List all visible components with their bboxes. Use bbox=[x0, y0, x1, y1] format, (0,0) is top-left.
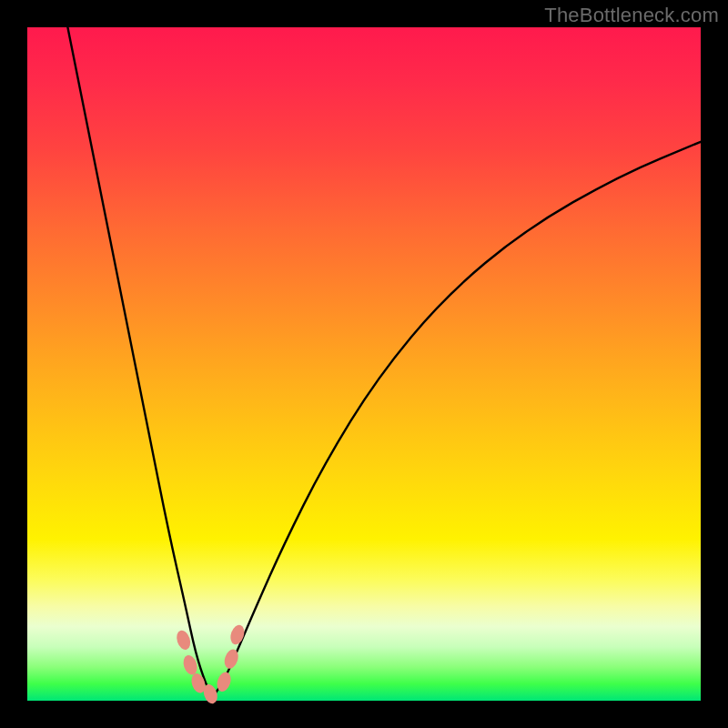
optimal-markers bbox=[175, 623, 247, 705]
curve-right-branch bbox=[213, 142, 702, 698]
plot-area bbox=[27, 27, 701, 701]
curve-layer bbox=[27, 27, 701, 701]
curve-left-branch bbox=[67, 27, 212, 697]
watermark-text: TheBottleneck.com bbox=[544, 4, 719, 27]
optimal-marker bbox=[228, 623, 247, 646]
chart-frame: TheBottleneck.com bbox=[0, 0, 728, 728]
